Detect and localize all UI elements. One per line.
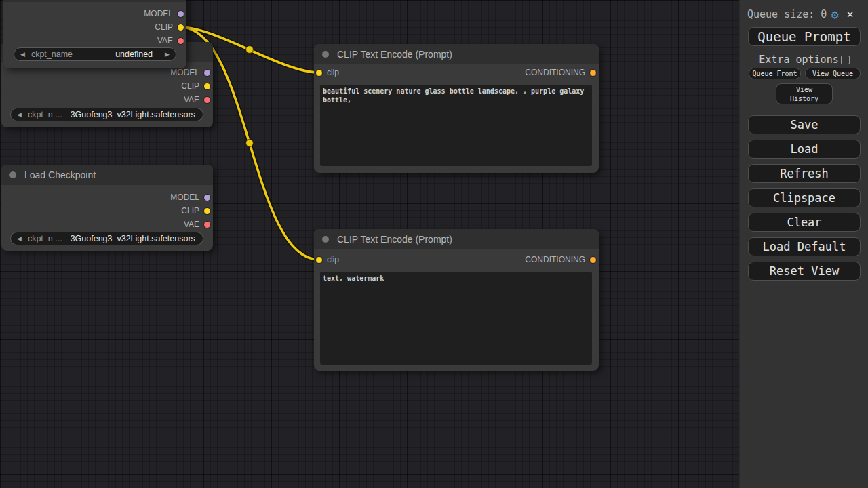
output-slot-clip: CLIP: [181, 80, 210, 92]
load-checkpoint-node-top[interactable]: MODEL CLIP VAE ◀ ckpt_name undefined ▶: [3, 0, 186, 68]
slot-label: MODEL: [170, 192, 199, 202]
input-slot-clip: clip: [316, 66, 339, 79]
widget-value: undefined: [115, 49, 153, 59]
clipspace-button[interactable]: Clipspace: [748, 188, 861, 207]
clip-output-dot[interactable]: [204, 83, 210, 89]
prompt-textarea[interactable]: text, watermark: [320, 272, 592, 365]
slot-label: CONDITIONING: [525, 255, 585, 264]
clip-input-dot[interactable]: [316, 257, 322, 263]
output-slot-clip: CLIP: [181, 205, 210, 217]
view-queue-button[interactable]: View Queue: [805, 68, 861, 79]
conditioning-output-dot[interactable]: [590, 257, 596, 263]
extra-options-checkbox[interactable]: [841, 56, 850, 64]
output-slot-vae: VAE: [184, 218, 210, 230]
output-slot-vae: VAE: [184, 94, 210, 106]
collapse-dot-icon[interactable]: [9, 171, 16, 178]
vae-output-dot[interactable]: [204, 222, 210, 228]
widget-left-arrow-icon[interactable]: ◀: [17, 111, 22, 118]
collapse-dot-icon[interactable]: [322, 236, 329, 243]
close-icon[interactable]: ✕: [847, 9, 854, 20]
node-title-bar[interactable]: CLIP Text Encode (Prompt): [314, 229, 599, 249]
save-button[interactable]: Save: [748, 115, 861, 134]
collapse-dot-icon[interactable]: [322, 51, 329, 58]
extra-options-label: Extra options: [759, 54, 838, 66]
clip-output-dot[interactable]: [204, 208, 210, 214]
refresh-button[interactable]: Refresh: [748, 164, 861, 183]
load-button[interactable]: Load: [748, 140, 861, 159]
model-output-dot[interactable]: [204, 70, 210, 76]
model-output-dot[interactable]: [204, 195, 210, 201]
slot-label: CLIP: [155, 22, 173, 32]
slot-label: clip: [327, 255, 339, 264]
clear-button[interactable]: Clear: [748, 213, 861, 232]
widget-right-arrow-icon[interactable]: ▶: [165, 51, 170, 58]
widget-label: ckpt_name: [31, 49, 73, 59]
ckpt-name-widget[interactable]: ◀ ckpt_n ... 3Guofeng3_v32Light.safetens…: [10, 232, 203, 245]
output-slot-clip: CLIP: [155, 21, 184, 33]
clip-text-encode-node-negative[interactable]: CLIP Text Encode (Prompt) clip CONDITION…: [314, 229, 599, 371]
widget-value: 3Guofeng3_v32Light.safetensors: [71, 234, 195, 243]
node-title: CLIP Text Encode (Prompt): [337, 234, 452, 245]
slot-label: VAE: [157, 36, 173, 45]
clip-text-encode-node-positive[interactable]: CLIP Text Encode (Prompt) clip CONDITION…: [314, 44, 599, 173]
node-editor-canvas[interactable]: { "titles": { "load_checkpoint": "Load C…: [0, 0, 868, 488]
ckpt-name-widget[interactable]: ◀ ckpt_name undefined ▶: [14, 47, 176, 61]
vae-output-dot[interactable]: [204, 97, 210, 103]
slot-label: MODEL: [170, 68, 199, 77]
gear-icon[interactable]: ⚙: [831, 8, 838, 21]
node-title-bar[interactable]: [3, 0, 186, 2]
extra-options-row: Extra options: [740, 54, 868, 66]
link-midpoint-dot: [246, 140, 254, 147]
load-checkpoint-node[interactable]: Load Checkpoint MODEL CLIP VAE ◀ ckpt_n …: [1, 165, 213, 251]
slot-label: clip: [327, 68, 339, 77]
load-default-button[interactable]: Load Default: [748, 237, 861, 256]
widget-label: ckpt_n ...: [28, 110, 62, 119]
input-slot-clip: clip: [316, 253, 339, 266]
vae-output-dot[interactable]: [178, 38, 184, 44]
queue-front-button[interactable]: Queue Front: [749, 68, 801, 79]
link-midpoint-dot: [246, 46, 254, 54]
output-slot-conditioning: CONDITIONING: [525, 253, 596, 266]
widget-label: ckpt_n ...: [28, 234, 62, 243]
queue-size-label: Queue size: 0: [747, 8, 827, 20]
slot-label: CLIP: [181, 206, 199, 216]
widget-value: 3Guofeng3_v32Light.safetensors: [71, 110, 195, 119]
widget-left-arrow-icon[interactable]: ◀: [17, 235, 22, 242]
comfy-menu-panel: Queue size: 0 ⚙ ✕ Queue Prompt Extra opt…: [739, 0, 868, 488]
slot-label: CLIP: [181, 81, 199, 91]
ckpt-name-widget[interactable]: ◀ ckpt_n ... 3Guofeng3_v32Light.safetens…: [10, 108, 203, 121]
output-slot-conditioning: CONDITIONING: [525, 66, 596, 79]
node-title: Load Checkpoint: [24, 169, 96, 180]
clip-input-dot[interactable]: [316, 70, 322, 76]
node-title: CLIP Text Encode (Prompt): [337, 49, 452, 60]
node-title-bar[interactable]: CLIP Text Encode (Prompt): [314, 44, 599, 64]
reset-view-button[interactable]: Reset View: [748, 262, 861, 281]
output-slot-vae: VAE: [157, 35, 184, 47]
slot-label: MODEL: [144, 9, 173, 18]
output-slot-model: MODEL: [144, 7, 184, 20]
view-history-button[interactable]: View History: [776, 83, 833, 104]
prompt-textarea[interactable]: beautiful scenery nature glass bottle la…: [320, 85, 592, 166]
widget-left-arrow-icon[interactable]: ◀: [20, 51, 25, 58]
output-slot-model: MODEL: [170, 191, 210, 203]
conditioning-output-dot[interactable]: [590, 70, 596, 76]
queue-prompt-button[interactable]: Queue Prompt: [748, 27, 861, 46]
slot-label: CONDITIONING: [525, 68, 585, 77]
slot-label: VAE: [184, 220, 199, 229]
node-title-bar[interactable]: Load Checkpoint: [1, 165, 213, 185]
model-output-dot[interactable]: [178, 11, 184, 17]
clip-output-dot[interactable]: [178, 24, 184, 30]
slot-label: VAE: [184, 95, 199, 104]
menu-header: Queue size: 0 ⚙ ✕: [747, 7, 861, 22]
